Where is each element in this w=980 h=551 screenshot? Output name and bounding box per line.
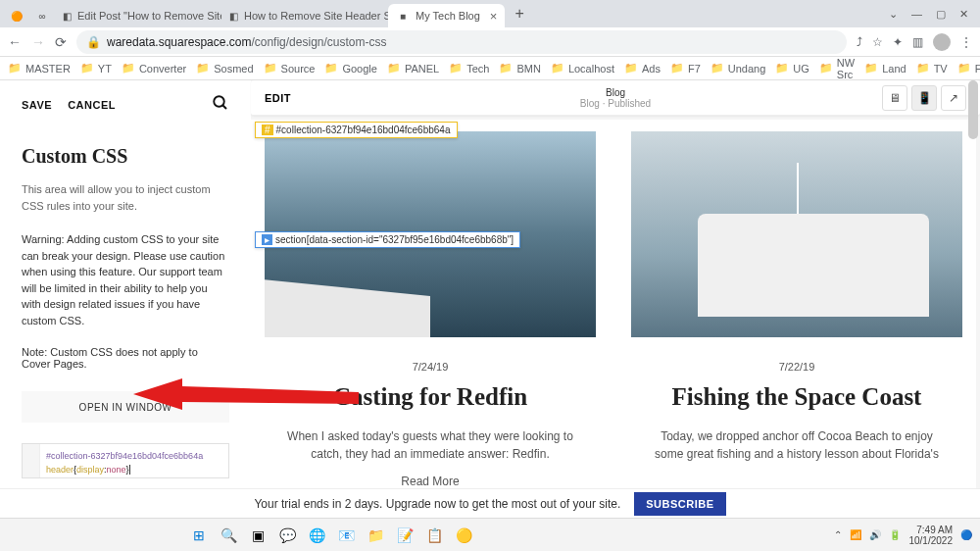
- tray-chevron-icon[interactable]: ⌃: [834, 529, 842, 540]
- mail-icon[interactable]: 📧: [334, 524, 358, 547]
- open-in-window-button[interactable]: OPEN IN WINDOW: [22, 391, 229, 423]
- bookmarks-bar: 📁MASTER 📁YT 📁Converter 📁Sosmed 📁Source 📁…: [0, 57, 980, 80]
- bookmark-item[interactable]: 📁Localhost: [551, 62, 614, 75]
- start-icon[interactable]: ⊞: [187, 524, 211, 547]
- blog-post-card[interactable]: 7/22/19 Fishing the Space Coast Today, w…: [631, 131, 962, 488]
- trial-banner: Your trial ends in 2 days. Upgrade now t…: [0, 488, 980, 518]
- folder-icon: 📁: [122, 62, 135, 75]
- clock[interactable]: 7:49 AM 10/1/2022: [908, 525, 953, 546]
- tab-2[interactable]: ◧Edit Post "How to Remove Site H×: [55, 4, 221, 27]
- folder-icon: 📁: [387, 62, 401, 75]
- folder-icon: 📁: [8, 62, 22, 75]
- profile-avatar[interactable]: [933, 33, 951, 51]
- selector-overlay-section[interactable]: ▸section[data-section-id="6327bf95e16bd0…: [255, 231, 520, 248]
- editor-content[interactable]: #collection-6327bf94e16bd04fce6bb64a hea…: [40, 444, 209, 477]
- folder-icon: 📁: [670, 62, 684, 75]
- notifications-icon[interactable]: 🔵: [960, 529, 972, 540]
- tab-favicon: ◧: [229, 9, 238, 23]
- share-icon[interactable]: ⤴: [857, 35, 862, 49]
- save-button[interactable]: SAVE: [22, 99, 52, 111]
- extensions-icon[interactable]: ✦: [893, 35, 903, 49]
- maximize-icon[interactable]: ▢: [936, 8, 946, 21]
- new-tab-button[interactable]: +: [511, 5, 527, 23]
- forward-icon[interactable]: →: [31, 34, 45, 50]
- app-frame: SAVE CANCEL Custom CSS This area will al…: [0, 80, 980, 488]
- tab-4-active[interactable]: ■My Tech Blog×: [388, 4, 505, 27]
- panel-warning: Warning: Adding custom CSS to your site …: [22, 231, 229, 328]
- menu-icon[interactable]: ⋮: [960, 35, 972, 49]
- desktop-view-button[interactable]: 🖥: [882, 85, 907, 111]
- blog-post-card[interactable]: 7/24/19 Casting for Redfin When I asked …: [265, 131, 596, 488]
- tab-label: Edit Post "How to Remove Site H: [77, 10, 221, 22]
- bookmark-item[interactable]: 📁YT: [80, 62, 112, 75]
- edit-button[interactable]: EDIT: [265, 92, 291, 104]
- notepad-icon[interactable]: 📝: [393, 524, 416, 547]
- tab-favicon: ■: [396, 9, 410, 23]
- app-icon[interactable]: 📋: [422, 524, 446, 547]
- bookmark-item[interactable]: 📁Tech: [449, 62, 489, 75]
- bookmark-item[interactable]: 📁F7: [670, 62, 701, 75]
- volume-icon[interactable]: 🔊: [869, 529, 881, 540]
- browser-tabs-bar: 🟠 ∞ ◧Edit Post "How to Remove Site H× ◧H…: [0, 0, 980, 27]
- search-icon[interactable]: 🔍: [217, 524, 240, 547]
- star-icon[interactable]: ☆: [872, 35, 883, 49]
- panel-note: Note: Custom CSS does not apply to Cover…: [22, 346, 229, 370]
- windows-taskbar: ⊞ 🔍 ▣ 💬 🌐 📧 📁 📝 📋 🟡 ⌃ 📶 🔊 🔋 7:49 AM 10/1…: [0, 518, 980, 551]
- explorer-icon[interactable]: 📁: [364, 524, 387, 547]
- close-icon[interactable]: ✕: [959, 8, 968, 21]
- taskview-icon[interactable]: ▣: [246, 524, 270, 547]
- lock-icon: 🔒: [86, 35, 101, 49]
- bookmark-item[interactable]: 📁Ads: [624, 62, 661, 75]
- chrome-icon[interactable]: 🟡: [452, 524, 475, 547]
- bookmark-item[interactable]: 📁MASTER: [8, 62, 71, 75]
- folder-icon: 📁: [324, 62, 338, 75]
- minimize-icon[interactable]: —: [911, 8, 922, 21]
- bookmark-item[interactable]: 📁Source: [264, 62, 316, 75]
- back-icon[interactable]: ←: [8, 34, 22, 50]
- custom-css-panel: SAVE CANCEL Custom CSS This area will al…: [0, 80, 251, 488]
- editor-gutter: [23, 444, 40, 477]
- bookmark-item[interactable]: 📁Google: [324, 62, 376, 75]
- wifi-icon[interactable]: 📶: [850, 529, 861, 540]
- bookmark-item[interactable]: 📁Converter: [122, 62, 186, 75]
- tab-0[interactable]: 🟠: [4, 4, 29, 27]
- tab-label: My Tech Blog: [416, 10, 480, 22]
- expand-button[interactable]: ↗: [941, 85, 966, 111]
- preview-header: EDIT Blog Blog · Published 🖥 📱 ↗: [251, 80, 980, 116]
- search-icon[interactable]: [212, 94, 229, 116]
- tab-3[interactable]: ◧How to Remove Site Header Sq×: [221, 4, 388, 27]
- reload-icon[interactable]: ⟳: [55, 34, 67, 50]
- subscribe-button[interactable]: SUBSCRIBE: [634, 492, 725, 516]
- tab-favicon: ∞: [35, 9, 49, 23]
- preview-title-group[interactable]: Blog Blog · Published: [580, 87, 651, 109]
- post-title: Fishing the Space Coast: [631, 382, 962, 412]
- scrollbar[interactable]: [968, 80, 978, 139]
- battery-icon[interactable]: 🔋: [889, 529, 901, 540]
- bookmark-item[interactable]: 📁TV: [916, 62, 948, 75]
- bookmark-item[interactable]: 📁PANEL: [387, 62, 439, 75]
- edge-icon[interactable]: 🌐: [305, 524, 328, 547]
- post-excerpt: Today, we dropped anchor off Cocoa Beach…: [631, 427, 962, 463]
- folder-icon: 📁: [775, 62, 789, 75]
- bookmark-item[interactable]: 📁FB: [957, 62, 980, 75]
- selector-overlay-collection[interactable]: ##collection-6327bf94e16bd04fce6bb64a: [255, 122, 458, 138]
- url-input[interactable]: 🔒 waredata.squarespace.com/config/design…: [76, 30, 847, 54]
- close-icon[interactable]: ×: [490, 9, 498, 24]
- css-editor[interactable]: #collection-6327bf94e16bd04fce6bb64a hea…: [22, 443, 229, 478]
- bookmark-item[interactable]: 📁NW Src: [819, 57, 855, 80]
- bookmark-item[interactable]: 📁BMN: [499, 62, 540, 75]
- bookmark-item[interactable]: 📁Land: [864, 62, 906, 75]
- cancel-button[interactable]: CANCEL: [68, 99, 116, 111]
- tab-favicon: 🟠: [10, 9, 24, 23]
- chat-icon[interactable]: 💬: [275, 524, 299, 547]
- tab-1[interactable]: ∞: [29, 4, 55, 27]
- post-date: 7/22/19: [631, 361, 962, 373]
- read-more-link[interactable]: Read More: [265, 475, 596, 488]
- mobile-view-button[interactable]: 📱: [911, 85, 937, 111]
- bookmark-item[interactable]: 📁UG: [775, 62, 809, 75]
- bookmark-item[interactable]: 📁Sosmed: [196, 62, 253, 75]
- panel-icon[interactable]: ▥: [912, 35, 923, 49]
- bookmark-item[interactable]: 📁Undang: [710, 62, 766, 75]
- chevron-down-icon[interactable]: ⌄: [889, 8, 898, 21]
- folder-icon: 📁: [710, 62, 724, 75]
